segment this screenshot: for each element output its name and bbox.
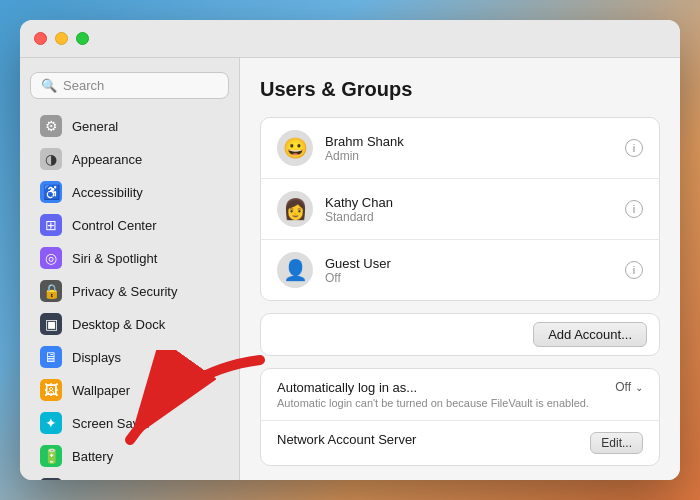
user-role: Admin (325, 149, 613, 163)
search-placeholder: Search (63, 78, 218, 93)
page-title: Users & Groups (260, 78, 660, 101)
auto-login-subtitle: Automatic login can't be turned on becau… (277, 397, 603, 409)
network-account-control: Edit... (590, 432, 643, 454)
sidebar-item-label-privacy: Privacy & Security (72, 284, 177, 299)
settings-section: Automatically log in as... Automatic log… (260, 368, 660, 466)
add-account-button[interactable]: Add Account... (533, 322, 647, 347)
sidebar-item-desktop[interactable]: ▣Desktop & Dock (26, 308, 233, 340)
sidebar-item-siri[interactable]: ◎Siri & Spotlight (26, 242, 233, 274)
auto-login-value: Off (615, 380, 631, 394)
sidebar-item-control-center[interactable]: ⊞Control Center (26, 209, 233, 241)
users-panel: 😀Brahm ShankAdmini👩Kathy ChanStandardi👤G… (260, 117, 660, 301)
general-icon: ⚙ (40, 115, 62, 137)
auto-login-control: Off ⌄ (615, 380, 643, 394)
main-content: Users & Groups 😀Brahm ShankAdmini👩Kathy … (240, 58, 680, 480)
control-center-icon: ⊞ (40, 214, 62, 236)
sidebar-item-label-control-center: Control Center (72, 218, 157, 233)
appearance-icon: ◑ (40, 148, 62, 170)
sidebar-item-label-siri: Siri & Spotlight (72, 251, 157, 266)
sidebar-item-wallpaper[interactable]: 🖼Wallpaper (26, 374, 233, 406)
sidebar-item-label-general: General (72, 119, 118, 134)
info-button[interactable]: i (625, 261, 643, 279)
info-button[interactable]: i (625, 200, 643, 218)
sidebar-item-label-wallpaper: Wallpaper (72, 383, 130, 398)
network-account-content: Network Account Server (277, 432, 578, 447)
sidebar-item-label-battery: Battery (72, 449, 113, 464)
minimize-button[interactable] (55, 32, 68, 45)
user-name: Guest User (325, 256, 613, 271)
sidebar-item-label-displays: Displays (72, 350, 121, 365)
screensaver-icon: ✦ (40, 412, 62, 434)
add-account-row: Add Account... (260, 313, 660, 356)
sidebar-item-label-accessibility: Accessibility (72, 185, 143, 200)
help-row: ? (260, 476, 660, 480)
sidebar-items: ⚙General◑Appearance♿Accessibility⊞Contro… (20, 109, 239, 480)
sidebar-item-lockscreen[interactable]: ⬛Lock Screen (26, 473, 233, 480)
user-row[interactable]: 👤Guest UserOffi (261, 240, 659, 300)
network-account-item: Network Account Server Edit... (261, 421, 659, 465)
title-bar (20, 20, 680, 58)
lockscreen-icon: ⬛ (40, 478, 62, 480)
desktop-icon: ▣ (40, 313, 62, 335)
sidebar-item-appearance[interactable]: ◑Appearance (26, 143, 233, 175)
user-name: Brahm Shank (325, 134, 613, 149)
user-info: Brahm ShankAdmin (325, 134, 613, 163)
close-button[interactable] (34, 32, 47, 45)
sidebar-item-label-screensaver: Screen Saver (72, 416, 151, 431)
sidebar-item-accessibility[interactable]: ♿Accessibility (26, 176, 233, 208)
user-name: Kathy Chan (325, 195, 613, 210)
user-row[interactable]: 😀Brahm ShankAdmini (261, 118, 659, 179)
network-account-title: Network Account Server (277, 432, 578, 447)
sidebar: 🔍 Search ⚙General◑Appearance♿Accessibili… (20, 58, 240, 480)
auto-login-content: Automatically log in as... Automatic log… (277, 380, 603, 409)
user-row[interactable]: 👩Kathy ChanStandardi (261, 179, 659, 240)
chevron-icon: ⌄ (635, 382, 643, 393)
wallpaper-icon: 🖼 (40, 379, 62, 401)
info-button[interactable]: i (625, 139, 643, 157)
user-info: Guest UserOff (325, 256, 613, 285)
battery-icon: 🔋 (40, 445, 62, 467)
sidebar-item-general[interactable]: ⚙General (26, 110, 233, 142)
content-area: 🔍 Search ⚙General◑Appearance♿Accessibili… (20, 58, 680, 480)
sidebar-item-label-appearance: Appearance (72, 152, 142, 167)
accessibility-icon: ♿ (40, 181, 62, 203)
auto-login-item: Automatically log in as... Automatic log… (261, 369, 659, 421)
siri-icon: ◎ (40, 247, 62, 269)
sidebar-item-displays[interactable]: 🖥Displays (26, 341, 233, 373)
user-info: Kathy ChanStandard (325, 195, 613, 224)
users-list: 😀Brahm ShankAdmini👩Kathy ChanStandardi👤G… (261, 118, 659, 300)
avatar: 👤 (277, 252, 313, 288)
sidebar-item-label-desktop: Desktop & Dock (72, 317, 165, 332)
maximize-button[interactable] (76, 32, 89, 45)
system-preferences-window: 🔍 Search ⚙General◑Appearance♿Accessibili… (20, 20, 680, 480)
sidebar-item-privacy[interactable]: 🔒Privacy & Security (26, 275, 233, 307)
displays-icon: 🖥 (40, 346, 62, 368)
user-role: Off (325, 271, 613, 285)
avatar: 👩 (277, 191, 313, 227)
user-role: Standard (325, 210, 613, 224)
privacy-icon: 🔒 (40, 280, 62, 302)
network-edit-button[interactable]: Edit... (590, 432, 643, 454)
sidebar-item-screensaver[interactable]: ✦Screen Saver (26, 407, 233, 439)
sidebar-item-battery[interactable]: 🔋Battery (26, 440, 233, 472)
auto-login-title: Automatically log in as... (277, 380, 603, 395)
search-icon: 🔍 (41, 78, 57, 93)
search-box[interactable]: 🔍 Search (30, 72, 229, 99)
avatar: 😀 (277, 130, 313, 166)
